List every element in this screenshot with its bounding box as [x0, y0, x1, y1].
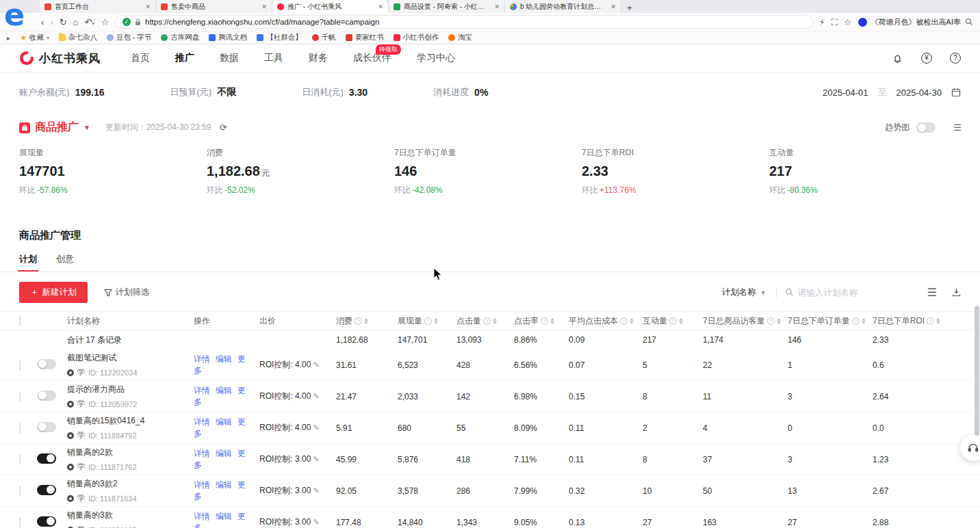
manage-tab[interactable]: 计划: [19, 253, 37, 272]
back-icon[interactable]: ‹: [41, 18, 44, 27]
undo-icon[interactable]: ↶▾: [84, 18, 94, 27]
campaign-enable-toggle[interactable]: [37, 359, 56, 369]
finance-icon[interactable]: ¥: [921, 53, 932, 64]
row-checkbox[interactable]: [19, 454, 21, 465]
bookmark-item[interactable]: 【社群会】: [257, 33, 302, 42]
edit-bid-icon[interactable]: ✎: [313, 423, 319, 432]
info-icon[interactable]: ?: [852, 317, 860, 325]
date-range-picker[interactable]: 2025-04-01 至 2025-04-30: [823, 86, 961, 98]
star-icon[interactable]: ☆: [844, 18, 852, 27]
sort-icon[interactable]: [679, 318, 683, 324]
edit-bid-icon[interactable]: ✎: [313, 455, 319, 463]
bookmark-item[interactable]: 淘宝: [448, 33, 472, 42]
brand[interactable]: 小红书乘风: [19, 51, 101, 66]
refresh-icon[interactable]: ↻: [60, 18, 67, 27]
info-icon[interactable]: ?: [620, 317, 628, 325]
bookmark-item[interactable]: 千帆: [312, 33, 336, 42]
column-header-metric[interactable]: 点击量 ?: [456, 315, 514, 327]
help-icon[interactable]: ?: [950, 53, 961, 64]
row-checkbox[interactable]: [19, 517, 21, 528]
manage-tab[interactable]: 创意: [56, 253, 74, 272]
edit-bid-icon[interactable]: ✎: [313, 360, 319, 369]
column-settings-icon[interactable]: ☰: [927, 286, 937, 299]
edit-link[interactable]: 编辑: [216, 354, 232, 364]
info-icon[interactable]: ?: [354, 317, 362, 325]
nav-item[interactable]: 推广: [175, 52, 194, 64]
detail-link[interactable]: 详情: [194, 480, 210, 490]
flash-icon[interactable]: ⚡: [819, 18, 825, 27]
column-header-metric[interactable]: 消费 ?: [336, 315, 398, 327]
bookmark-item[interactable]: 要家红书: [346, 33, 384, 42]
bookmark-item[interactable]: 杂七杂八: [59, 33, 97, 42]
campaign-enable-toggle[interactable]: [37, 453, 56, 464]
sidebar-expander-icon[interactable]: ▸: [7, 34, 10, 42]
search-input[interactable]: [798, 288, 901, 298]
new-tab-button[interactable]: +: [627, 3, 632, 13]
vertical-scrollbar[interactable]: [975, 306, 979, 436]
detail-link[interactable]: 详情: [194, 354, 210, 364]
browser-tab[interactable]: 推广 - 小红书乘风 ✕: [272, 0, 389, 13]
sort-icon[interactable]: [630, 318, 634, 324]
tab-close-icon[interactable]: ✕: [261, 3, 267, 10]
sort-icon[interactable]: [364, 318, 368, 324]
column-header-metric[interactable]: 7日总下单订单量 ?: [788, 315, 873, 327]
nav-item[interactable]: 首页: [131, 52, 150, 64]
info-icon[interactable]: ?: [927, 317, 934, 325]
nav-item[interactable]: 财务: [309, 52, 328, 64]
sort-icon[interactable]: [550, 318, 554, 324]
column-header-metric[interactable]: 7日总商品访客量 ?: [703, 315, 788, 327]
edit-bid-icon[interactable]: ✎: [313, 518, 319, 526]
home-icon[interactable]: ⌂: [73, 18, 79, 27]
date-end[interactable]: 2025-04-30: [897, 88, 942, 98]
bell-icon[interactable]: [892, 53, 903, 64]
bookmark-item[interactable]: ★ 收藏 ▾: [20, 33, 49, 42]
address-bar[interactable]: ✓ https://chengfeng.xiaohongshu.com/cf/a…: [115, 15, 813, 29]
detail-link[interactable]: 详情: [194, 449, 210, 458]
download-icon[interactable]: [952, 288, 961, 297]
date-start[interactable]: 2025-04-01: [823, 88, 868, 98]
calendar-icon[interactable]: [951, 88, 961, 97]
bookmark-item[interactable]: 小红书创作: [394, 33, 439, 42]
info-icon[interactable]: ?: [424, 317, 432, 325]
new-campaign-button[interactable]: ＋新建计划: [19, 282, 88, 303]
browser-tab[interactable]: b 幼儿园劳动教育计划总结方案 ✕: [505, 0, 621, 13]
tab-close-icon[interactable]: ✕: [378, 3, 383, 10]
refresh-data-icon[interactable]: ⟳: [220, 122, 227, 133]
browser-tab[interactable]: 首页工作台 ✕: [40, 0, 156, 13]
bookmark-item[interactable]: 豆包 - 字节: [107, 33, 151, 42]
detail-link[interactable]: 详情: [194, 386, 210, 395]
tab-close-icon[interactable]: ✕: [145, 3, 151, 10]
sort-icon[interactable]: [936, 318, 940, 324]
sort-icon[interactable]: [777, 318, 781, 324]
search-icon[interactable]: [965, 18, 973, 26]
filter-button[interactable]: 计划筛选: [104, 287, 150, 298]
column-header-metric[interactable]: 点击率 ?: [514, 315, 569, 327]
info-icon[interactable]: ?: [541, 317, 548, 325]
edit-link[interactable]: 编辑: [216, 449, 232, 458]
tab-close-icon[interactable]: ✕: [494, 3, 500, 10]
info-icon[interactable]: ?: [767, 317, 775, 325]
collect-icon[interactable]: ☆: [101, 18, 109, 27]
column-header-metric[interactable]: 平均点击成本 ?: [569, 315, 643, 327]
metric-settings-icon[interactable]: ☰: [953, 122, 961, 133]
trend-toggle[interactable]: [916, 122, 936, 133]
browser-logo[interactable]: e: [4, 0, 25, 32]
detail-link[interactable]: 详情: [194, 512, 210, 521]
edit-link[interactable]: 编辑: [216, 386, 232, 395]
search-field-select[interactable]: 计划名称▼: [722, 287, 777, 298]
tab-close-icon[interactable]: ✕: [610, 3, 616, 10]
row-checkbox[interactable]: [19, 391, 21, 402]
forward-icon[interactable]: ›: [50, 18, 53, 27]
campaign-name[interactable]: 销量高的2款: [67, 447, 190, 458]
browser-tab[interactable]: 售卖中商品 ✕: [156, 0, 272, 13]
screenshot-icon[interactable]: ⛶: [831, 18, 838, 27]
edit-bid-icon[interactable]: ✎: [313, 486, 319, 494]
edit-bid-icon[interactable]: ✎: [313, 392, 319, 400]
campaign-name[interactable]: 销量高的3款2: [67, 478, 190, 490]
campaign-name[interactable]: 销量高的3款: [67, 510, 190, 521]
campaign-enable-toggle[interactable]: [37, 485, 56, 495]
column-header-metric[interactable]: 7日总下单ROI ?: [873, 315, 948, 327]
nav-item[interactable]: 成长伙伴 待领取: [353, 52, 391, 64]
nav-item[interactable]: 学习中心: [417, 52, 455, 64]
info-icon[interactable]: ?: [483, 317, 491, 325]
